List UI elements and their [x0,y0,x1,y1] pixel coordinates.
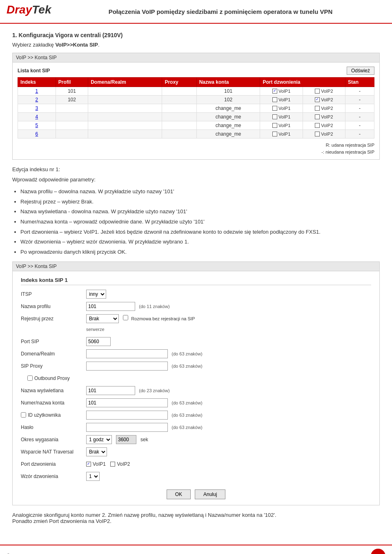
table-cell-port1[interactable]: VoIP1 [260,104,303,113]
table-cell-proxy [162,130,196,138]
legend-line2: -: nieudana rejestracja SIP [18,149,374,156]
rejestruj-select[interactable]: Brak [86,314,119,323]
wzor-select[interactable]: 1 [86,472,100,481]
table-cell-port2[interactable]: VoIP2 [303,113,345,121]
voip2-checkbox[interactable] [110,462,115,467]
table-cell-profil [56,121,88,130]
form-section-title: Indeks konta SIP 1 [21,277,371,285]
voip2-check[interactable] [315,106,320,111]
form-row-sip-proxy: SIP Proxy (do 63 znaków) [21,361,371,371]
form-row-nat: Wsparcie NAT Traversal Brak [21,447,371,457]
col-nazwa: Nazwa konta [196,78,260,87]
voip2-check[interactable] [315,89,320,94]
table-row: 2102102 VoIP1 VoIP2- [18,96,374,104]
nazwa-wyswietlana-label: Nazwa wyświetlana [21,388,86,393]
port-sip-input[interactable] [86,337,111,346]
wprowadz-heading: Wprowadź odpowiednie parametry: [12,176,380,183]
table-cell-port2[interactable]: VoIP2 [303,87,345,96]
table-cell-nazwa: change_me [196,104,260,113]
voip1-check[interactable] [272,123,277,128]
table-cell-index[interactable]: 5 [18,121,56,130]
outbound-checkbox[interactable] [27,375,33,381]
numer-konta-input[interactable] [86,398,168,407]
form-row-outbound: Outbound Proxy [27,373,371,383]
table-row: 3change_me VoIP1 VoIP2- [18,104,374,113]
voip2-check[interactable] [315,97,320,102]
sip-proxy-hint: (do 63 znaków) [172,364,202,369]
table-cell-proxy [162,104,196,113]
numer-konta-hint: (do 63 znaków) [172,400,202,405]
voip1-check[interactable] [272,114,277,119]
form-row-haslo: Hasło (do 63 znaków) [21,422,371,432]
col-proxy: Proxy [162,78,196,87]
voip-panel-2-title: VoIP >> Konta SIP [13,262,379,271]
haslo-input[interactable] [86,423,168,432]
nazwa-profilu-input[interactable] [86,302,135,311]
table-cell-port2[interactable]: VoIP2 [303,96,345,104]
header-title: Połączenia VoIP pomiędzy siedzibami z po… [56,8,385,15]
table-cell-index[interactable]: 1 [18,87,56,96]
footer-text-1: Analogicznie skonfiguruj konto numer 2. … [12,512,276,518]
voip2-check[interactable] [315,114,320,119]
nat-select[interactable]: Brak [86,447,107,456]
form-row-nazwa-profilu: Nazwa profilu (do 11 znaków) [21,302,371,311]
list-item: Wzór dzwonienia – wybierz wzór dzwonieni… [20,237,380,247]
voip1-checkbox-checked[interactable] [86,462,91,467]
page-footer: © Brinet sp. z o.o. – wyłączny przedstaw… [0,545,392,554]
domena-input[interactable] [86,349,168,358]
col-port: Port dzwonienia [260,78,345,87]
form-buttons: OK Anuluj [21,486,371,499]
voip1-check[interactable] [272,89,277,94]
edycja-heading: Edycja indeksu nr 1: [12,166,380,172]
table-cell-index[interactable]: 2 [18,96,56,104]
table-cell-port1[interactable]: VoIP1 [260,121,303,130]
nazwa-profilu-hint: (do 11 znaków) [139,304,169,309]
voip2-check[interactable] [315,132,320,136]
table-cell-nazwa: 101 [196,87,260,96]
id-uzytkownika-hint: (do 63 znaków) [172,413,202,418]
table-row: 1101101 VoIP1 VoIP2- [18,87,374,96]
okres-select[interactable]: 1 godz [86,435,112,444]
table-cell-proxy [162,121,196,130]
table-cell-port2[interactable]: VoIP2 [303,130,345,138]
sip-proxy-input[interactable] [86,362,168,371]
itsp-select[interactable]: inny [86,290,106,299]
voip1-check[interactable] [272,97,277,102]
voip-panel-1: VoIP >> Konta SIP Lista kont SIP Odśwież… [12,53,380,160]
voip1-check[interactable] [272,106,277,111]
okres-sek-input[interactable] [116,435,136,444]
nazwa-wyswietlana-hint: (do 23 znaków) [139,388,169,393]
col-stan: Stan [345,78,374,87]
table-cell-index[interactable]: 6 [18,130,56,138]
refresh-button[interactable]: Odśwież [347,67,374,75]
btn-ok[interactable]: OK [167,489,191,499]
voip2-check[interactable] [315,123,320,128]
list-item: Rejestruj przez – wybierz Brak. [20,197,380,207]
haslo-hint: (do 63 znaków) [172,425,202,430]
table-cell-port1[interactable]: VoIP1 [260,96,303,104]
table-cell-proxy [162,96,196,104]
table-cell-port1[interactable]: VoIP1 [260,130,303,138]
sip-table-container: Lista kont SIP Odśwież Indeks Profil Dom… [18,67,374,138]
table-cell-index[interactable]: 3 [18,104,56,113]
nazwa-wyswietlana-input[interactable] [86,386,135,395]
btn-cancel[interactable]: Anuluj [195,489,225,499]
haslo-label: Hasło [21,424,86,430]
page-number: 2/8 [371,549,385,554]
id-uzytkownika-checkbox[interactable] [21,412,26,418]
table-cell-index[interactable]: 4 [18,113,56,121]
list-item: Nazwa profilu – dowolna nazwa. W przykła… [20,187,380,197]
table-cell-port1[interactable]: VoIP1 [260,113,303,121]
voip1-check[interactable] [272,132,277,136]
table-cell-port2[interactable]: VoIP2 [303,121,345,130]
form-row-id-uzytkownika: ID użytkownika (do 63 znaków) [21,410,371,420]
rozmowa-checkbox[interactable] [123,315,128,320]
table-cell-port1[interactable]: VoIP1 [260,87,303,96]
voip-panel-1-title: VoIP >> Konta SIP [13,53,379,63]
table-cell-profil: 102 [56,96,88,104]
domena-label: Domena/Realm [21,351,86,357]
main-content: 1. Konfiguracja Vigora w centrali (2910V… [0,24,392,541]
id-uzytkownika-input[interactable] [86,411,168,420]
wzor-label: Wzór dzwonienia [21,474,86,479]
table-cell-port2[interactable]: VoIP2 [303,104,345,113]
